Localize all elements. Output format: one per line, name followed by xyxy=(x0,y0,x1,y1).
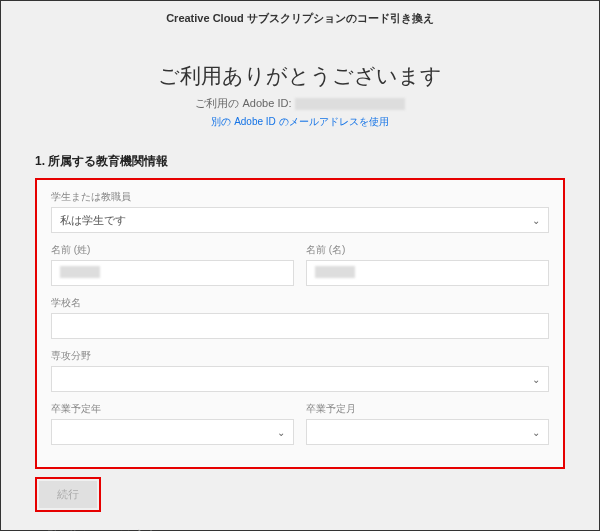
role-select[interactable]: 私は学生です ⌄ xyxy=(51,207,549,233)
lastname-value-blurred xyxy=(60,266,100,278)
chevron-down-icon: ⌄ xyxy=(532,374,540,385)
thanks-heading: ご利用ありがとうございます xyxy=(35,62,565,90)
major-label: 専攻分野 xyxy=(51,349,549,363)
education-info-form: 学生または教職員 私は学生です ⌄ 名前 (姓) 名前 (名) 学校名 xyxy=(35,178,565,469)
chevron-down-icon: ⌄ xyxy=(532,215,540,226)
grad-year-select[interactable]: ⌄ xyxy=(51,419,294,445)
grad-month-label: 卒業予定月 xyxy=(306,402,549,416)
firstname-input[interactable] xyxy=(306,260,549,286)
chevron-down-icon: ⌄ xyxy=(277,427,285,438)
adobe-id-line: ご利用の Adobe ID: xyxy=(35,96,565,111)
lastname-label: 名前 (姓) xyxy=(51,243,294,257)
role-label: 学生または教職員 xyxy=(51,190,549,204)
use-other-id-link[interactable]: 別の Adobe ID のメールアドレスを使用 xyxy=(35,115,565,129)
school-label: 学校名 xyxy=(51,296,549,310)
continue-button-highlight: 続行 xyxy=(35,477,101,512)
grad-year-label: 卒業予定年 xyxy=(51,402,294,416)
lastname-input[interactable] xyxy=(51,260,294,286)
grad-month-select[interactable]: ⌄ xyxy=(306,419,549,445)
continue-button[interactable]: 続行 xyxy=(39,481,97,508)
major-select[interactable]: ⌄ xyxy=(51,366,549,392)
role-select-value: 私は学生です xyxy=(60,213,126,228)
page-header: Creative Cloud サブスクリプションのコード引き換え xyxy=(1,1,599,36)
firstname-label: 名前 (名) xyxy=(306,243,549,257)
chevron-down-icon: ⌄ xyxy=(532,427,540,438)
school-input[interactable] xyxy=(51,313,549,339)
section1-heading: 1. 所属する教育機関情報 xyxy=(35,153,565,170)
firstname-value-blurred xyxy=(315,266,355,278)
adobe-id-label: ご利用の Adobe ID: xyxy=(195,97,294,109)
adobe-id-value-blurred xyxy=(295,98,405,110)
